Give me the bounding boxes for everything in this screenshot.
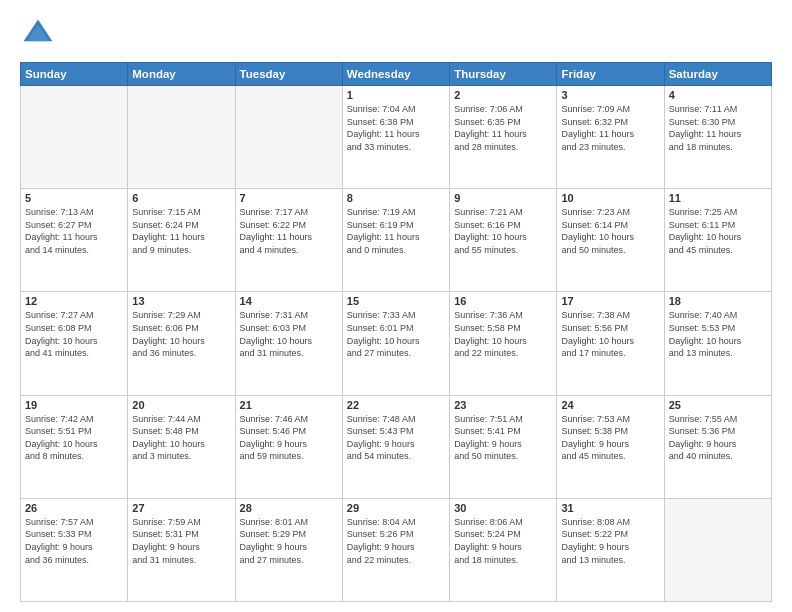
day-info: Sunrise: 7:23 AM Sunset: 6:14 PM Dayligh… [561, 206, 659, 256]
day-info: Sunrise: 7:04 AM Sunset: 6:38 PM Dayligh… [347, 103, 445, 153]
day-number: 12 [25, 295, 123, 307]
day-number: 20 [132, 399, 230, 411]
weekday-header-wednesday: Wednesday [342, 63, 449, 86]
day-number: 10 [561, 192, 659, 204]
day-number: 1 [347, 89, 445, 101]
day-cell: 22Sunrise: 7:48 AM Sunset: 5:43 PM Dayli… [342, 395, 449, 498]
day-number: 9 [454, 192, 552, 204]
day-number: 4 [669, 89, 767, 101]
day-cell: 30Sunrise: 8:06 AM Sunset: 5:24 PM Dayli… [450, 498, 557, 601]
weekday-header-sunday: Sunday [21, 63, 128, 86]
day-info: Sunrise: 7:09 AM Sunset: 6:32 PM Dayligh… [561, 103, 659, 153]
day-info: Sunrise: 7:13 AM Sunset: 6:27 PM Dayligh… [25, 206, 123, 256]
week-row-5: 26Sunrise: 7:57 AM Sunset: 5:33 PM Dayli… [21, 498, 772, 601]
day-number: 7 [240, 192, 338, 204]
day-number: 16 [454, 295, 552, 307]
week-row-1: 1Sunrise: 7:04 AM Sunset: 6:38 PM Daylig… [21, 86, 772, 189]
day-cell: 15Sunrise: 7:33 AM Sunset: 6:01 PM Dayli… [342, 292, 449, 395]
day-info: Sunrise: 8:08 AM Sunset: 5:22 PM Dayligh… [561, 516, 659, 566]
day-number: 5 [25, 192, 123, 204]
day-number: 21 [240, 399, 338, 411]
day-info: Sunrise: 7:36 AM Sunset: 5:58 PM Dayligh… [454, 309, 552, 359]
day-info: Sunrise: 7:57 AM Sunset: 5:33 PM Dayligh… [25, 516, 123, 566]
day-info: Sunrise: 7:17 AM Sunset: 6:22 PM Dayligh… [240, 206, 338, 256]
day-number: 26 [25, 502, 123, 514]
day-info: Sunrise: 7:48 AM Sunset: 5:43 PM Dayligh… [347, 413, 445, 463]
day-info: Sunrise: 7:51 AM Sunset: 5:41 PM Dayligh… [454, 413, 552, 463]
day-info: Sunrise: 7:11 AM Sunset: 6:30 PM Dayligh… [669, 103, 767, 153]
weekday-header-tuesday: Tuesday [235, 63, 342, 86]
day-cell: 17Sunrise: 7:38 AM Sunset: 5:56 PM Dayli… [557, 292, 664, 395]
day-cell: 27Sunrise: 7:59 AM Sunset: 5:31 PM Dayli… [128, 498, 235, 601]
day-info: Sunrise: 7:38 AM Sunset: 5:56 PM Dayligh… [561, 309, 659, 359]
day-cell: 20Sunrise: 7:44 AM Sunset: 5:48 PM Dayli… [128, 395, 235, 498]
day-number: 14 [240, 295, 338, 307]
day-info: Sunrise: 7:19 AM Sunset: 6:19 PM Dayligh… [347, 206, 445, 256]
day-number: 3 [561, 89, 659, 101]
week-row-4: 19Sunrise: 7:42 AM Sunset: 5:51 PM Dayli… [21, 395, 772, 498]
day-number: 2 [454, 89, 552, 101]
day-info: Sunrise: 7:25 AM Sunset: 6:11 PM Dayligh… [669, 206, 767, 256]
day-info: Sunrise: 7:06 AM Sunset: 6:35 PM Dayligh… [454, 103, 552, 153]
day-cell: 31Sunrise: 8:08 AM Sunset: 5:22 PM Dayli… [557, 498, 664, 601]
header [20, 16, 772, 52]
day-cell: 13Sunrise: 7:29 AM Sunset: 6:06 PM Dayli… [128, 292, 235, 395]
day-info: Sunrise: 7:46 AM Sunset: 5:46 PM Dayligh… [240, 413, 338, 463]
day-number: 19 [25, 399, 123, 411]
day-info: Sunrise: 7:44 AM Sunset: 5:48 PM Dayligh… [132, 413, 230, 463]
week-row-2: 5Sunrise: 7:13 AM Sunset: 6:27 PM Daylig… [21, 189, 772, 292]
day-cell: 5Sunrise: 7:13 AM Sunset: 6:27 PM Daylig… [21, 189, 128, 292]
day-info: Sunrise: 7:40 AM Sunset: 5:53 PM Dayligh… [669, 309, 767, 359]
page: SundayMondayTuesdayWednesdayThursdayFrid… [0, 0, 792, 612]
day-number: 23 [454, 399, 552, 411]
logo-icon [20, 16, 56, 52]
day-info: Sunrise: 8:06 AM Sunset: 5:24 PM Dayligh… [454, 516, 552, 566]
day-cell: 6Sunrise: 7:15 AM Sunset: 6:24 PM Daylig… [128, 189, 235, 292]
day-number: 17 [561, 295, 659, 307]
weekday-header-thursday: Thursday [450, 63, 557, 86]
day-number: 24 [561, 399, 659, 411]
day-info: Sunrise: 7:29 AM Sunset: 6:06 PM Dayligh… [132, 309, 230, 359]
day-number: 31 [561, 502, 659, 514]
day-info: Sunrise: 7:27 AM Sunset: 6:08 PM Dayligh… [25, 309, 123, 359]
day-number: 29 [347, 502, 445, 514]
day-info: Sunrise: 7:59 AM Sunset: 5:31 PM Dayligh… [132, 516, 230, 566]
day-number: 15 [347, 295, 445, 307]
day-cell: 24Sunrise: 7:53 AM Sunset: 5:38 PM Dayli… [557, 395, 664, 498]
day-cell: 28Sunrise: 8:01 AM Sunset: 5:29 PM Dayli… [235, 498, 342, 601]
calendar-table: SundayMondayTuesdayWednesdayThursdayFrid… [20, 62, 772, 602]
day-info: Sunrise: 7:55 AM Sunset: 5:36 PM Dayligh… [669, 413, 767, 463]
weekday-header-friday: Friday [557, 63, 664, 86]
day-number: 6 [132, 192, 230, 204]
day-cell: 10Sunrise: 7:23 AM Sunset: 6:14 PM Dayli… [557, 189, 664, 292]
day-cell: 23Sunrise: 7:51 AM Sunset: 5:41 PM Dayli… [450, 395, 557, 498]
day-cell [21, 86, 128, 189]
weekday-header-saturday: Saturday [664, 63, 771, 86]
day-info: Sunrise: 8:04 AM Sunset: 5:26 PM Dayligh… [347, 516, 445, 566]
day-cell: 7Sunrise: 7:17 AM Sunset: 6:22 PM Daylig… [235, 189, 342, 292]
day-info: Sunrise: 7:53 AM Sunset: 5:38 PM Dayligh… [561, 413, 659, 463]
day-number: 25 [669, 399, 767, 411]
day-info: Sunrise: 7:42 AM Sunset: 5:51 PM Dayligh… [25, 413, 123, 463]
day-number: 8 [347, 192, 445, 204]
day-number: 27 [132, 502, 230, 514]
day-cell [664, 498, 771, 601]
day-cell: 8Sunrise: 7:19 AM Sunset: 6:19 PM Daylig… [342, 189, 449, 292]
day-info: Sunrise: 7:15 AM Sunset: 6:24 PM Dayligh… [132, 206, 230, 256]
day-cell: 19Sunrise: 7:42 AM Sunset: 5:51 PM Dayli… [21, 395, 128, 498]
day-number: 30 [454, 502, 552, 514]
weekday-header-monday: Monday [128, 63, 235, 86]
logo [20, 16, 62, 52]
day-cell: 2Sunrise: 7:06 AM Sunset: 6:35 PM Daylig… [450, 86, 557, 189]
day-number: 22 [347, 399, 445, 411]
day-cell: 21Sunrise: 7:46 AM Sunset: 5:46 PM Dayli… [235, 395, 342, 498]
day-cell: 4Sunrise: 7:11 AM Sunset: 6:30 PM Daylig… [664, 86, 771, 189]
day-cell: 14Sunrise: 7:31 AM Sunset: 6:03 PM Dayli… [235, 292, 342, 395]
day-cell: 1Sunrise: 7:04 AM Sunset: 6:38 PM Daylig… [342, 86, 449, 189]
day-info: Sunrise: 7:21 AM Sunset: 6:16 PM Dayligh… [454, 206, 552, 256]
day-number: 13 [132, 295, 230, 307]
day-cell: 29Sunrise: 8:04 AM Sunset: 5:26 PM Dayli… [342, 498, 449, 601]
day-number: 18 [669, 295, 767, 307]
day-number: 28 [240, 502, 338, 514]
day-cell: 25Sunrise: 7:55 AM Sunset: 5:36 PM Dayli… [664, 395, 771, 498]
